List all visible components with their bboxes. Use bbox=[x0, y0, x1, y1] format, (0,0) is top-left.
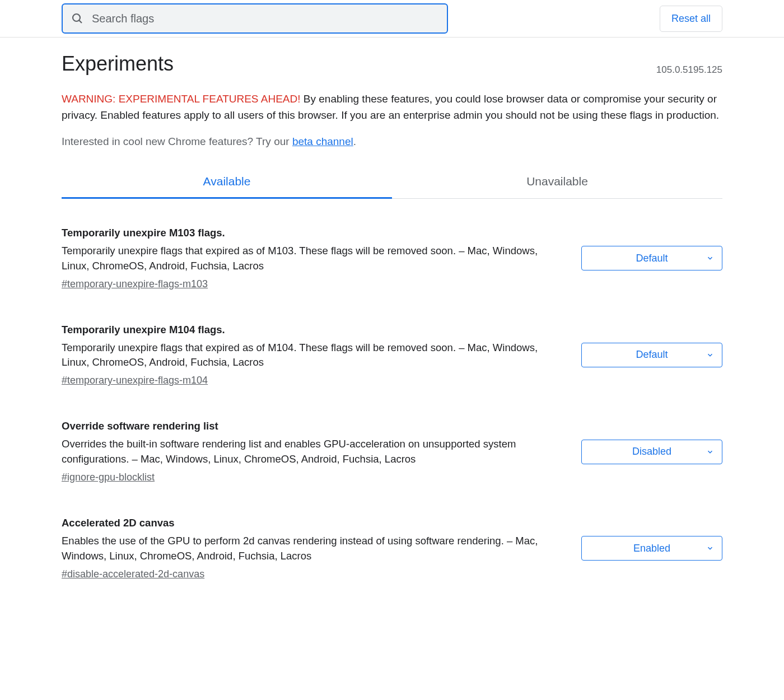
flag-state-select[interactable]: Disabled bbox=[581, 440, 722, 464]
chevron-down-icon bbox=[706, 254, 714, 262]
flag-description: Overrides the built-in software renderin… bbox=[62, 437, 559, 467]
flag-description: Temporarily unexpire flags that expired … bbox=[62, 244, 559, 274]
heading-row: Experiments 105.0.5195.125 bbox=[62, 52, 722, 76]
main-container: Experiments 105.0.5195.125 WARNING: EXPE… bbox=[0, 38, 784, 580]
flag-description: Enables the use of the GPU to perform 2d… bbox=[62, 534, 559, 564]
flag-anchor-link[interactable]: #ignore-gpu-blocklist bbox=[62, 472, 155, 483]
flag-item: Override software rendering list Overrid… bbox=[62, 420, 722, 483]
flag-anchor-link[interactable]: #temporary-unexpire-flags-m104 bbox=[62, 375, 208, 386]
search-icon bbox=[71, 12, 84, 25]
beta-leadin: Interested in cool new Chrome features? … bbox=[62, 136, 292, 147]
flag-item: Accelerated 2D canvas Enables the use of… bbox=[62, 517, 722, 580]
flag-anchor-link[interactable]: #disable-accelerated-2d-canvas bbox=[62, 568, 204, 580]
flag-state-select[interactable]: Default bbox=[581, 246, 722, 270]
flag-state-value: Default bbox=[636, 349, 668, 361]
flag-title: Temporarily unexpire M103 flags. bbox=[62, 227, 559, 239]
tab-unavailable[interactable]: Unavailable bbox=[392, 167, 722, 199]
beta-trail: . bbox=[353, 136, 356, 147]
flag-title: Temporarily unexpire M104 flags. bbox=[62, 324, 559, 336]
beta-line: Interested in cool new Chrome features? … bbox=[62, 136, 722, 148]
chevron-down-icon bbox=[706, 544, 714, 552]
svg-line-1 bbox=[79, 20, 82, 23]
warning-block: WARNING: EXPERIMENTAL FEATURES AHEAD! By… bbox=[62, 91, 722, 123]
flag-state-value: Enabled bbox=[633, 543, 670, 554]
version-label: 105.0.5195.125 bbox=[656, 64, 722, 76]
flag-item: Temporarily unexpire M103 flags. Tempora… bbox=[62, 227, 722, 290]
svg-point-0 bbox=[73, 14, 80, 21]
reset-all-button[interactable]: Reset all bbox=[660, 6, 722, 32]
beta-channel-link[interactable]: beta channel bbox=[292, 136, 353, 147]
page-title: Experiments bbox=[62, 52, 174, 76]
chevron-down-icon bbox=[706, 448, 714, 456]
tabs: Available Unavailable bbox=[62, 167, 722, 199]
flag-title: Override software rendering list bbox=[62, 420, 559, 432]
flag-text: Accelerated 2D canvas Enables the use of… bbox=[62, 517, 559, 580]
flag-text: Temporarily unexpire M104 flags. Tempora… bbox=[62, 324, 559, 387]
search-field-wrap[interactable] bbox=[62, 3, 448, 34]
flag-anchor-link[interactable]: #temporary-unexpire-flags-m103 bbox=[62, 278, 208, 290]
flag-description: Temporarily unexpire flags that expired … bbox=[62, 340, 559, 371]
flag-title: Accelerated 2D canvas bbox=[62, 517, 559, 529]
flag-item: Temporarily unexpire M104 flags. Tempora… bbox=[62, 324, 722, 387]
flag-state-value: Default bbox=[636, 253, 668, 264]
warning-prefix: WARNING: EXPERIMENTAL FEATURES AHEAD! bbox=[62, 93, 301, 105]
search-input[interactable] bbox=[92, 12, 439, 25]
flag-state-select[interactable]: Enabled bbox=[581, 536, 722, 561]
flag-state-value: Disabled bbox=[632, 446, 671, 458]
tab-available[interactable]: Available bbox=[62, 167, 392, 199]
top-bar: Reset all bbox=[0, 0, 784, 38]
flag-text: Override software rendering list Overrid… bbox=[62, 420, 559, 483]
flag-text: Temporarily unexpire M103 flags. Tempora… bbox=[62, 227, 559, 290]
flag-state-select[interactable]: Default bbox=[581, 343, 722, 367]
chevron-down-icon bbox=[706, 351, 714, 359]
